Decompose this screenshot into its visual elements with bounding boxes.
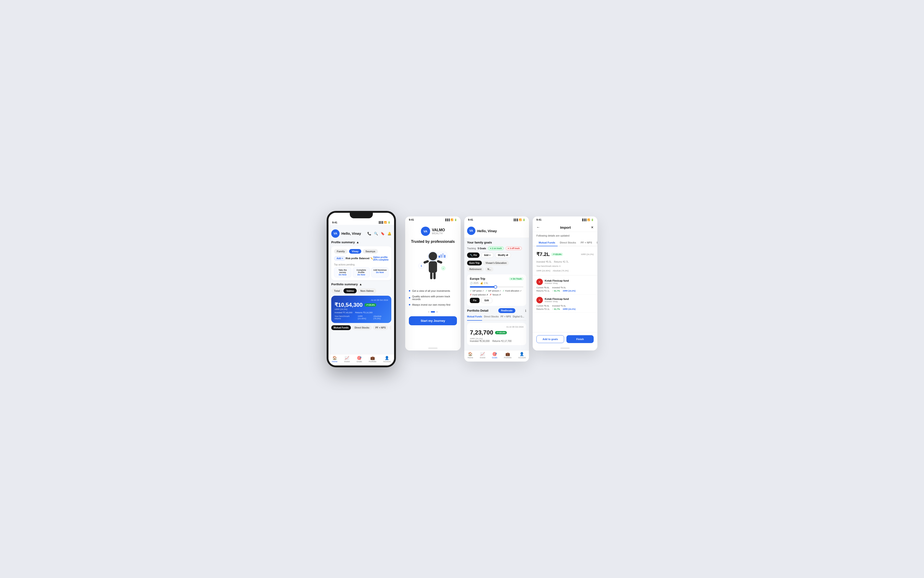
phone-icon[interactable]: 📞	[367, 232, 371, 235]
nav-account-3[interactable]: 👤 Account	[518, 352, 526, 359]
fund-tab-dig[interactable]: Dig...	[389, 325, 391, 330]
bell-icon[interactable]: 🔔	[387, 232, 391, 235]
reallocate-button[interactable]: Reallocate	[498, 308, 515, 313]
splash-content: VA VALMO WEALTH Trusted by professionals	[405, 222, 460, 346]
feature-2: Quality advisors with proven track recor…	[409, 294, 457, 302]
xirr-label-1: XIRR (24.2%)	[334, 308, 388, 310]
detail-tab-mf[interactable]: Mutual Funds	[467, 315, 482, 321]
bookmark-icon[interactable]: 🔖	[381, 232, 384, 235]
signal-icon-2: ▐▐▐	[445, 219, 449, 221]
greeting-1: Hello, Vinay	[341, 232, 367, 235]
ptab-total[interactable]: Total	[331, 288, 342, 293]
fund-item-1: K Kotak Flexicap fund Investor Vinay Cur…	[533, 276, 597, 295]
tag-more[interactable]: N...	[485, 267, 493, 272]
action-survey[interactable]: Take the survey Do Now	[334, 267, 351, 278]
tag-retirement[interactable]: Retirement	[467, 267, 484, 272]
nav-goals-1[interactable]: 🎯 Goals	[357, 356, 362, 363]
action-nominee[interactable]: Add Nominee Do Now	[371, 267, 389, 278]
logo-1: VA	[331, 229, 340, 238]
fix-button-3[interactable]: 🔧 Fix	[467, 253, 480, 258]
svg-rect-6	[433, 272, 436, 279]
progress-fill	[470, 286, 497, 287]
svg-text:✓: ✓	[443, 268, 444, 270]
flat-screens: 9:41 ▐▐▐ 📶 🔋 VA VALMO WEALTH Trust	[405, 216, 597, 362]
ptab-valmo[interactable]: Valmo	[344, 288, 357, 293]
actions-label: Top actions pending	[334, 263, 389, 266]
import-title: Import	[560, 226, 571, 229]
nav-home-1[interactable]: 🏠 Home	[332, 356, 337, 363]
portfolio-value-card-3: As on 08 Oct 2024 7,23,700 ↗+25.6% XIRR …	[467, 323, 526, 345]
finish-button[interactable]: Finish	[566, 335, 594, 343]
fund-tab-mf[interactable]: Mutual Funds	[331, 325, 351, 330]
ptab-nonvalmo[interactable]: Non-Valmo	[358, 288, 376, 293]
nav-invest-1[interactable]: 📈 Invest	[344, 356, 350, 363]
account-icon-3: 👤	[520, 352, 524, 356]
red-dot: ●	[508, 247, 509, 250]
detail-tab-ds[interactable]: Direct Stocks	[484, 315, 499, 319]
modify-button-3[interactable]: Modify ⇄	[495, 253, 511, 258]
nav-invest-3[interactable]: 📈 Invest	[480, 352, 485, 359]
signal-icon: ▐▐▐	[378, 221, 383, 224]
nav-account-1[interactable]: 👤 Account	[383, 356, 391, 363]
add-to-goals-button[interactable]: Add to goals	[537, 335, 564, 343]
nav-home-3[interactable]: 🏠 Home	[468, 352, 473, 359]
goal-card-header: Europe Trip ● On Track	[470, 277, 524, 281]
svg-rect-11	[444, 255, 445, 258]
year-meta: 🕐 2025	[470, 282, 478, 284]
fund-name-1: Kotak Flexicap fund	[545, 279, 594, 282]
header-icons-1: 📞 🔍 🔖 🔔	[367, 232, 391, 235]
edit-icon[interactable]: ✏️	[370, 257, 373, 260]
add-button[interactable]: Add +	[334, 256, 345, 261]
import-summary-row: ₹7.2L ↗+25.6% XIRR (24.2%)	[533, 249, 597, 260]
signal-icon-3: ▐▐▐	[513, 219, 518, 221]
back-button[interactable]: ←	[537, 225, 540, 229]
tag-education[interactable]: Vivaan's Education	[483, 261, 509, 265]
goal-btns: Fix Edit	[470, 298, 524, 303]
fund-item-header-1: K Kotak Flexicap fund Investor Vinay	[537, 279, 594, 285]
scroll-indicator-4	[533, 346, 597, 351]
status-icons-4: ▐▐▐ 📶 🔋	[582, 219, 594, 221]
info-icon-4[interactable]: ℹ	[559, 265, 560, 267]
portfolio-value-card-1: As on 08 Oct 2024 ₹10,54,300 ↗+25.6% XIR…	[331, 296, 391, 323]
search-icon[interactable]: 🔍	[374, 232, 378, 235]
import-tab-mf[interactable]: Mutual Funds	[537, 239, 558, 246]
detail-tab-dig[interactable]: Digital G...	[513, 315, 524, 319]
fund-alloc-check: ✓	[503, 289, 504, 292]
start-button[interactable]: Start my Journey	[409, 316, 457, 325]
account-icon: 👤	[384, 356, 389, 360]
tab-family[interactable]: Family	[334, 249, 348, 254]
tag-eurotrip[interactable]: Euro Trip	[467, 261, 482, 265]
battery-icon: 🔋	[387, 221, 391, 224]
tab-saumya[interactable]: Saumya	[363, 249, 378, 254]
portfolio-icon-3: 💼	[506, 352, 510, 356]
info-icon-3[interactable]: ℹ	[525, 309, 526, 313]
sip-amount-check: ✓	[486, 289, 487, 292]
fund-item-header-2: K Kotak Flexicap fund Investor Vinay	[537, 297, 594, 303]
feature-1: Get a view of all your investments	[409, 288, 457, 294]
nav-goals-3[interactable]: 🎯 Goals	[492, 352, 497, 359]
close-button[interactable]: ✕	[591, 226, 594, 229]
tab-vinay[interactable]: Vinay	[349, 249, 361, 254]
edit-goal-btn[interactable]: Edit	[481, 298, 492, 303]
fund-tab-pf[interactable]: PF + NPS	[373, 325, 388, 330]
fund-name-col-2: Kotak Flexicap fund Investor Vinay	[545, 297, 594, 303]
tenure-chip: ✗ Tenure ✗	[490, 293, 501, 296]
notch	[350, 213, 373, 218]
nav-portfolio-1[interactable]: 💼 Portfolio	[369, 356, 376, 363]
action-profile[interactable]: Complete Profile Do Now	[353, 267, 370, 278]
detail-tab-pf[interactable]: PF + NPS	[501, 315, 511, 319]
add-button-3[interactable]: Add +	[481, 253, 493, 258]
fix-goal-btn[interactable]: Fix	[470, 298, 480, 303]
import-tab-pf[interactable]: PF + NPS	[579, 239, 594, 246]
off-track-badge: ● 3 off track	[506, 247, 522, 250]
import-tab-dig[interactable]: Digital G...	[594, 239, 597, 246]
import-tab-ds[interactable]: Direct Stocks	[558, 239, 579, 246]
goal-actions: 🔧 Fix Add + Modify ⇄	[467, 253, 526, 258]
fund-tab-ds[interactable]: Direct Stocks	[352, 325, 372, 330]
svg-rect-9	[441, 254, 442, 258]
nav-portfolio-3[interactable]: 💼 Portfolio	[504, 352, 512, 359]
import-xirr-pct: XIRR (24.2%)	[581, 253, 594, 255]
fund-dot-2: K	[537, 297, 543, 303]
sip-amount-chip: ✓ SIP amount ✓	[486, 289, 501, 292]
logo-3: VA	[467, 227, 475, 235]
